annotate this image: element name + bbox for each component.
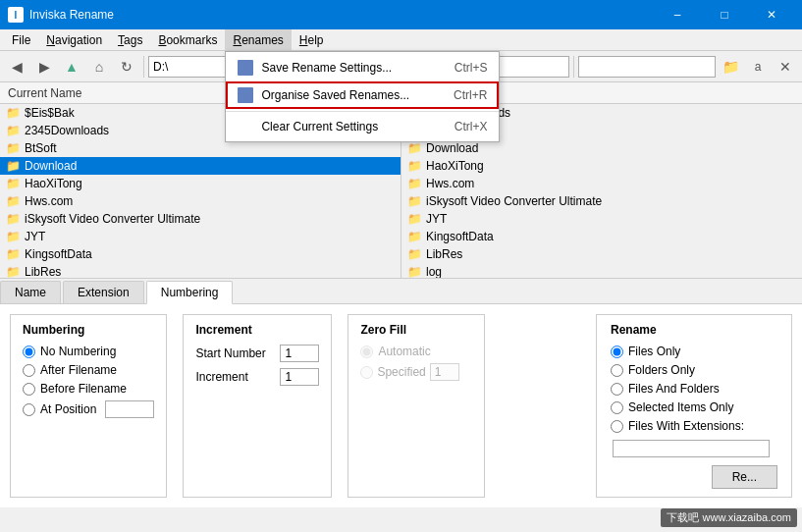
- organise-label: Organise Saved Renames...: [261, 88, 426, 102]
- folder-browse-button[interactable]: 📁: [718, 54, 743, 80]
- numbering-title: Numbering: [23, 323, 154, 337]
- a-button[interactable]: a: [745, 54, 771, 80]
- clear-label: Clear Current Settings: [261, 120, 426, 133]
- folder-icon: 📁: [407, 247, 422, 261]
- files-only-label[interactable]: Files Only: [628, 345, 680, 358]
- settings-panel: Numbering No Numbering After Filename Be…: [0, 304, 802, 507]
- list-item[interactable]: 📁 JYT: [0, 228, 401, 245]
- no-numbering-label[interactable]: No Numbering: [40, 345, 116, 358]
- list-item[interactable]: 📁 Hws.com: [401, 175, 802, 192]
- files-with-ext-label[interactable]: Files With Extensions:: [628, 419, 744, 433]
- close-button[interactable]: ✕: [749, 0, 794, 29]
- start-number-input[interactable]: [280, 345, 319, 362]
- folder-icon: 📁: [407, 177, 422, 190]
- folder-icon: 📁: [6, 106, 21, 120]
- folder-icon: 📁: [407, 212, 422, 226]
- clear-search-button[interactable]: ✕: [773, 54, 798, 80]
- selected-items-label[interactable]: Selected Items Only: [628, 400, 733, 414]
- menu-tags[interactable]: Tags: [110, 29, 150, 50]
- after-filename-label[interactable]: After Filename: [40, 363, 117, 377]
- tab-extension[interactable]: Extension: [63, 281, 144, 303]
- up-button[interactable]: ▲: [59, 54, 84, 80]
- start-number-label: Start Number: [195, 346, 274, 360]
- list-item[interactable]: 📁 HaoXiTong: [0, 175, 401, 192]
- menu-bar: File Navigation Tags Bookmarks Renames S…: [0, 29, 802, 51]
- maximize-button[interactable]: □: [702, 0, 747, 29]
- minimize-button[interactable]: –: [655, 0, 700, 29]
- clear-shortcut: Ctrl+X: [454, 120, 488, 133]
- save-rename-label: Save Rename Settings...: [261, 61, 426, 75]
- title-bar-title: Inviska Rename: [29, 8, 114, 22]
- zerofill-group: Zero Fill Automatic Specified: [348, 314, 485, 498]
- menu-renames[interactable]: Renames Save Rename Settings... Ctrl+S O…: [225, 29, 291, 50]
- save-icon: [238, 60, 253, 76]
- folder-icon: 📁: [407, 265, 422, 278]
- organise-icon: [238, 87, 253, 103]
- folders-only-option[interactable]: Folders Only: [611, 363, 777, 377]
- renames-dropdown: Save Rename Settings... Ctrl+S Organise …: [225, 51, 500, 142]
- organise-saved-renames-item[interactable]: Organise Saved Renames... Ctrl+R: [226, 81, 499, 109]
- selected-items-option[interactable]: Selected Items Only: [611, 400, 777, 414]
- folder-icon: 📁: [6, 159, 21, 173]
- tab-name[interactable]: Name: [0, 281, 61, 303]
- at-position-option[interactable]: At Position: [23, 400, 154, 418]
- folder-icon: 📁: [407, 194, 422, 208]
- rename-title: Rename: [611, 323, 777, 337]
- bottom-section: Name Extension Numbering Numbering No Nu…: [0, 279, 802, 507]
- list-item-selected[interactable]: 📁 Download: [0, 157, 401, 175]
- rename-group: Rename Files Only Folders Only Files And…: [596, 314, 792, 498]
- folder-icon: 📁: [6, 247, 21, 261]
- refresh-button[interactable]: ↻: [114, 54, 139, 80]
- increment-group: Increment Start Number Increment: [183, 314, 332, 498]
- save-rename-settings-item[interactable]: Save Rename Settings... Ctrl+S: [226, 54, 499, 81]
- rename-radio-group: Files Only Folders Only Files And Folder…: [611, 345, 777, 457]
- list-item[interactable]: 📁 KingsoftData: [0, 245, 401, 263]
- numbering-group: Numbering No Numbering After Filename Be…: [10, 314, 167, 498]
- increment-input[interactable]: [280, 368, 319, 386]
- zerofill-title: Zero Fill: [360, 323, 472, 337]
- clear-settings-item[interactable]: Clear Current Settings Ctrl+X: [226, 114, 499, 139]
- forward-button[interactable]: ▶: [31, 54, 57, 80]
- app-icon: I: [8, 7, 24, 23]
- list-item[interactable]: 📁 KingsoftData: [401, 228, 802, 245]
- rename-button[interactable]: Re...: [712, 465, 777, 489]
- automatic-label: Automatic: [378, 345, 430, 358]
- extension-filter-input[interactable]: [613, 440, 770, 457]
- at-position-label[interactable]: At Position: [40, 402, 96, 416]
- folders-only-label[interactable]: Folders Only: [628, 363, 695, 377]
- menu-separator: [226, 111, 499, 112]
- menu-navigation[interactable]: Navigation: [38, 29, 110, 50]
- before-filename-option[interactable]: Before Filename: [23, 382, 154, 396]
- list-item[interactable]: 📁 Hws.com: [0, 192, 401, 210]
- menu-file[interactable]: File: [4, 29, 38, 50]
- list-item[interactable]: 📁 JYT: [401, 210, 802, 228]
- files-and-folders-label[interactable]: Files And Folders: [628, 382, 720, 396]
- search-bar: [578, 56, 716, 78]
- home-button[interactable]: ⌂: [86, 54, 112, 80]
- zerofill-radio-group: Automatic Specified: [360, 345, 472, 381]
- list-item[interactable]: 📁 log: [401, 263, 802, 278]
- toolbar-sep-2: [573, 56, 574, 78]
- back-button[interactable]: ◀: [4, 54, 29, 80]
- menu-help[interactable]: Help: [292, 29, 332, 50]
- specified-value-input: [430, 363, 459, 381]
- files-and-folders-option[interactable]: Files And Folders: [611, 382, 777, 396]
- list-item[interactable]: 📁 HaoXiTong: [401, 157, 802, 175]
- list-item[interactable]: 📁 LibRes: [401, 245, 802, 263]
- tab-numbering[interactable]: Numbering: [146, 281, 234, 304]
- menu-bookmarks[interactable]: Bookmarks: [150, 29, 225, 50]
- after-filename-option[interactable]: After Filename: [23, 363, 154, 377]
- search-input[interactable]: [579, 60, 715, 74]
- before-filename-label[interactable]: Before Filename: [40, 382, 127, 396]
- increment-label: Increment: [195, 370, 274, 384]
- folder-icon: 📁: [6, 124, 21, 137]
- position-input[interactable]: [105, 400, 154, 418]
- no-numbering-option[interactable]: No Numbering: [23, 345, 154, 358]
- files-only-option[interactable]: Files Only: [611, 345, 777, 358]
- files-with-ext-option[interactable]: Files With Extensions:: [611, 419, 777, 433]
- list-item[interactable]: 📁 iSkysoft Video Converter Ultimate: [0, 210, 401, 228]
- list-item[interactable]: 📁 LibRes: [0, 263, 401, 278]
- folder-icon: 📁: [407, 230, 422, 243]
- folder-icon: 📁: [6, 230, 21, 243]
- list-item[interactable]: 📁 iSkysoft Video Converter Ultimate: [401, 192, 802, 210]
